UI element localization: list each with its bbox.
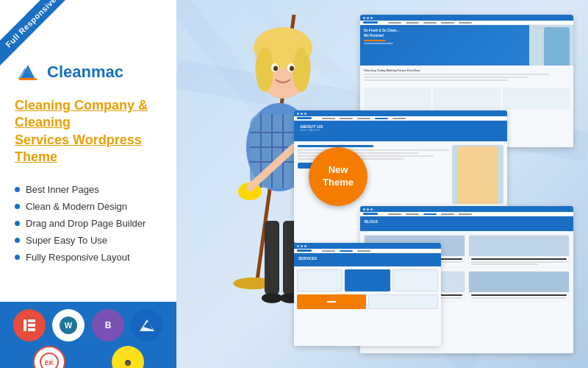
svg-rect-6 (28, 328, 35, 331)
svg-point-34 (256, 48, 273, 92)
bootstrap-badge: B (92, 309, 124, 342)
svg-rect-5 (28, 324, 35, 327)
mailchimp-badge: ☻ (112, 346, 144, 368)
feature-item-3: Drag and Drop Page Builder (15, 215, 162, 232)
svg-text:W: W (65, 321, 73, 330)
right-panel: So Fresh & So Clean... We Promise! Clean… (176, 0, 588, 368)
new-theme-badge: New Theme (309, 147, 368, 206)
svg-text:☻: ☻ (122, 356, 133, 368)
svg-point-38 (273, 66, 278, 71)
feature-item-1: Best Inner Pages (15, 181, 162, 198)
main-title: Cleaning Company & Cleaning Services Wor… (15, 97, 162, 166)
svg-rect-40 (265, 221, 279, 294)
svg-rect-3 (24, 319, 26, 331)
feature-item-5: Fully Responsive Layout (15, 249, 162, 266)
ek-badge: EK (33, 346, 65, 368)
svg-text:B: B (104, 320, 111, 330)
badges-area: W B EK ☻ (0, 302, 176, 368)
feature-item-4: Super Easy To Use (15, 232, 162, 249)
feature-list: Best Inner Pages Clean & Modern Design D… (15, 181, 162, 266)
wordpress-badge: W (52, 309, 85, 342)
svg-rect-4 (28, 319, 35, 322)
mock-browser-4: SERVICES (294, 243, 441, 346)
mountain-badge (131, 309, 163, 342)
feature-item-2: Clean & Modern Design (15, 198, 162, 215)
svg-point-42 (262, 293, 282, 303)
elementor-badge (13, 309, 46, 342)
svg-text:EK: EK (44, 359, 54, 367)
full-responsive-ribbon: Full Responsive (0, 0, 88, 88)
ribbon-label: Full Responsive (0, 0, 79, 70)
